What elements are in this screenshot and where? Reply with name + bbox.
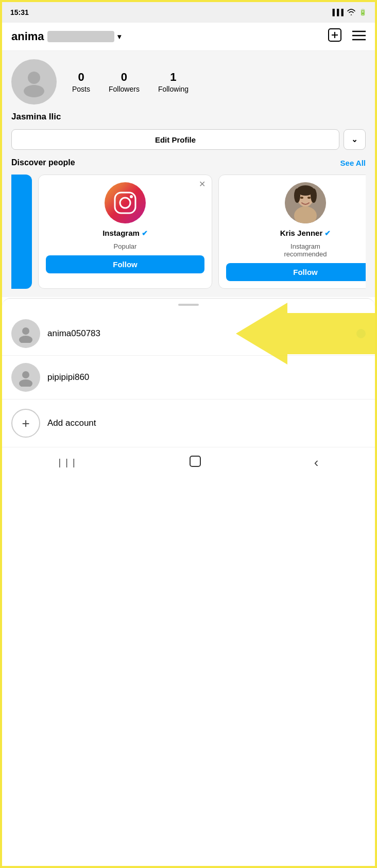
svg-point-23 (22, 371, 29, 378)
followers-stat[interactable]: 0 Followers (109, 71, 140, 93)
hamburger-icon (352, 30, 366, 41)
svg-point-24 (19, 379, 32, 387)
following-label: Following (158, 85, 188, 93)
nav-icons-group (328, 28, 366, 45)
discover-title: Discover people (11, 158, 75, 167)
followers-label: Followers (109, 85, 140, 93)
username-blurred (47, 31, 114, 42)
discover-section: Discover people See All ✕ Instagram ✔ Po… (2, 150, 375, 297)
account-item-active[interactable]: anima050783 (2, 312, 375, 356)
instagram-card-subtitle: Popular (114, 242, 137, 250)
account-avatar-anima (11, 319, 40, 348)
discover-card-instagram: ✕ Instagram ✔ Popular Follow (38, 175, 212, 289)
user-silhouette-icon-2 (16, 368, 35, 387)
edit-profile-row: Edit Profile ⌄ (11, 129, 366, 150)
svg-point-18 (300, 197, 303, 199)
posts-stat[interactable]: 0 Posts (72, 71, 90, 93)
discover-cards-list: ✕ Instagram ✔ Popular Follow ✕ (11, 175, 366, 289)
sheet-drag-handle (178, 304, 199, 306)
follow-instagram-button[interactable]: Follow (46, 255, 204, 273)
followers-count: 0 (121, 71, 127, 84)
recents-button[interactable]: | | | (59, 457, 76, 468)
see-all-link[interactable]: See All (340, 159, 366, 167)
dropdown-chevron: ▾ (117, 32, 121, 41)
home-button[interactable] (189, 455, 201, 471)
kris-card-name-row: Kris Jenner ✔ (280, 229, 331, 237)
status-bar: 15:31 ▐▐▐ 🔋 (2, 2, 375, 23)
signal-icon: ▐▐▐ (330, 9, 344, 16)
account-switcher-sheet: anima050783 pipipipi860 + Add account (2, 298, 375, 447)
following-stat[interactable]: 1 Following (158, 71, 188, 93)
svg-point-19 (307, 197, 311, 199)
posts-label: Posts (72, 85, 90, 93)
follow-kris-button[interactable]: Follow (226, 263, 366, 281)
add-account-icon: + (11, 409, 40, 438)
svg-point-6 (28, 72, 40, 84)
android-nav-bar: | | | ‹ (2, 447, 375, 480)
svg-rect-25 (190, 456, 200, 466)
menu-button[interactable] (352, 29, 366, 44)
wifi-icon (347, 8, 356, 17)
svg-point-7 (24, 85, 44, 97)
svg-point-9 (120, 198, 130, 208)
posts-count: 0 (78, 71, 84, 84)
top-navigation: anima ▾ (2, 23, 375, 51)
status-icons: ▐▐▐ 🔋 (330, 8, 367, 17)
kris-card-name: Kris Jenner (280, 229, 323, 237)
status-time: 15:31 (10, 8, 29, 16)
svg-point-10 (130, 195, 133, 198)
instagram-logo-icon (112, 189, 139, 216)
username-prefix: anima (11, 30, 44, 43)
instagram-verified-badge: ✔ (142, 229, 148, 237)
username-dropdown[interactable]: anima ▾ (11, 30, 121, 43)
add-account-item[interactable]: + Add account (2, 400, 375, 447)
account-list: anima050783 pipipipi860 + Add account (2, 312, 375, 447)
account-username-anima: anima050783 (47, 328, 349, 339)
back-button[interactable]: ‹ (314, 455, 319, 471)
active-account-indicator (356, 329, 366, 338)
discover-header: Discover people See All (11, 158, 366, 167)
account-item-pipi[interactable]: pipipipi860 (2, 356, 375, 400)
avatar-silhouette (19, 66, 49, 97)
close-instagram-card-button[interactable]: ✕ (199, 180, 205, 188)
stats-area: 0 Posts 0 Followers 1 Following (72, 71, 188, 93)
svg-point-17 (311, 188, 317, 203)
add-content-button[interactable] (328, 28, 342, 45)
instagram-card-name-row: Instagram ✔ (102, 229, 148, 237)
partial-card-left (11, 175, 32, 289)
kris-card-subtitle: Instagram recommended (284, 242, 327, 258)
instagram-card-avatar (105, 182, 146, 223)
kris-avatar-icon (285, 182, 326, 223)
svg-point-20 (22, 327, 29, 335)
kris-verified-badge: ✔ (324, 229, 331, 237)
profile-section: 0 Posts 0 Followers 1 Following Jasmina … (2, 51, 375, 150)
account-avatar-pipi (11, 363, 40, 392)
plus-square-icon (328, 28, 342, 42)
edit-profile-button[interactable]: Edit Profile (11, 129, 339, 150)
battery-icon: 🔋 (359, 9, 367, 16)
discover-card-kris: ✕ (218, 175, 366, 289)
profile-display-name: Jasmina Ilic (11, 112, 366, 122)
add-account-label: Add account (47, 418, 96, 428)
svg-point-21 (19, 336, 32, 343)
profile-avatar[interactable] (11, 59, 57, 105)
following-count: 1 (170, 71, 176, 84)
svg-point-16 (294, 188, 300, 203)
account-username-pipi: pipipipi860 (47, 372, 366, 383)
instagram-card-name: Instagram (102, 229, 140, 237)
profile-dropdown-button[interactable]: ⌄ (344, 129, 366, 150)
user-silhouette-icon (16, 324, 35, 343)
kris-card-avatar (285, 182, 326, 223)
profile-header: 0 Posts 0 Followers 1 Following (11, 59, 366, 105)
